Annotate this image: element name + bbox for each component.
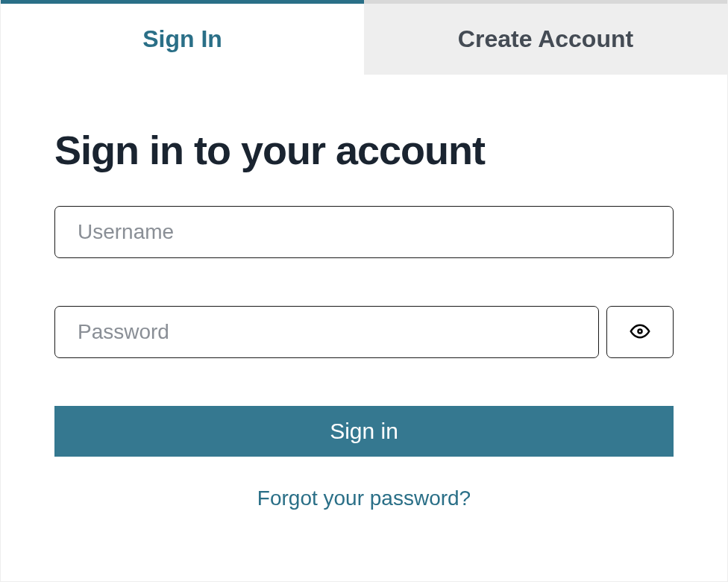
tab-create-account[interactable]: Create Account [364, 0, 727, 75]
password-wrap [54, 306, 674, 358]
username-input[interactable] [54, 206, 674, 258]
password-input[interactable] [54, 306, 599, 358]
auth-panel: Sign In Create Account Sign in to your a… [0, 0, 728, 582]
signin-button[interactable]: Sign in [54, 406, 674, 457]
tab-create-label: Create Account [458, 25, 633, 53]
tab-signin-label: Sign In [142, 25, 222, 53]
signin-form: Sign in to your account S [1, 75, 727, 540]
forgot-password-link[interactable]: Forgot your password? [54, 486, 674, 510]
username-row [54, 206, 674, 258]
page-title: Sign in to your account [54, 127, 674, 173]
eye-icon [630, 321, 650, 344]
toggle-password-visibility-button[interactable] [606, 306, 674, 358]
password-row [54, 306, 674, 358]
tab-bar: Sign In Create Account [1, 0, 727, 75]
tab-signin[interactable]: Sign In [1, 0, 364, 75]
svg-point-1 [639, 330, 641, 332]
signin-button-label: Sign in [330, 419, 398, 444]
